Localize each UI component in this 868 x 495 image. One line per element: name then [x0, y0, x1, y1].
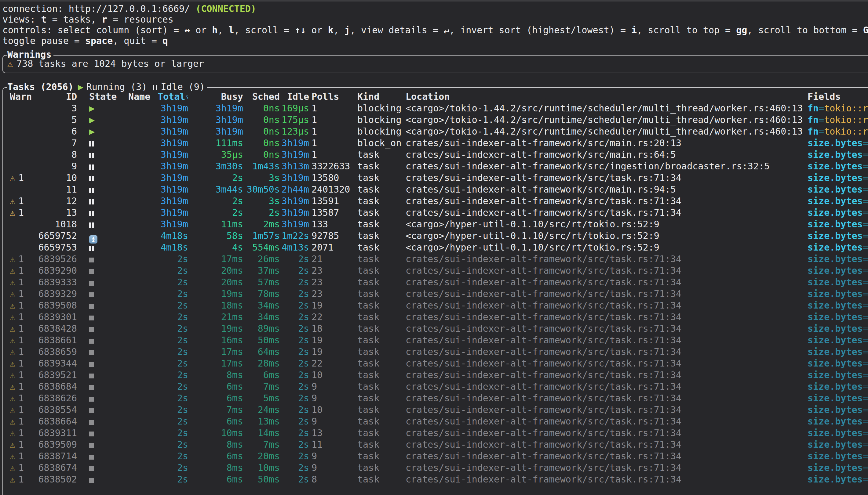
warn-cell: ⚠1	[6, 195, 33, 207]
table-row[interactable]: ⚠168393112s10ms14ms2s13taskcrates/sui-in…	[3, 427, 868, 439]
warn-cell: ⚠1	[6, 323, 33, 335]
idle-duration: 175µs	[280, 114, 309, 126]
polls-count: 3322633	[309, 160, 355, 172]
table-row[interactable]: ⚠168395262s17ms26ms2s21taskcrates/sui-in…	[3, 253, 868, 265]
task-kind: task	[355, 149, 403, 160]
table-body: 3▶3h19m3h19m0ns169µs1blocking<cargo>/tok…	[3, 103, 868, 485]
table-row[interactable]: ⚠168386592s17ms64ms2s19taskcrates/sui-in…	[3, 346, 868, 358]
busy-duration: 11ms	[188, 219, 243, 230]
warning-icon: ⚠	[10, 439, 15, 450]
field-equals: =	[863, 184, 868, 195]
state-completed-icon	[89, 315, 94, 321]
warning-icon: ⚠	[10, 335, 15, 345]
table-row[interactable]: 6659752▲▲4m18s58s1m57s1m22s92785task<car…	[3, 230, 868, 242]
polls-count: 23	[309, 276, 355, 288]
state-idle-icon	[89, 211, 94, 216]
task-state	[82, 335, 121, 346]
total-duration: 3h19m	[154, 160, 188, 172]
table-row[interactable]: ⚠168392902s20ms37ms2s23taskcrates/sui-in…	[3, 265, 868, 276]
table-row[interactable]: 3▶3h19m3h19m0ns169µs1blocking<cargo>/tok…	[3, 103, 868, 114]
total-duration: 2s	[154, 450, 188, 462]
tokio-console-screen: connection: http://127.0.0.1:6669/ (CONN…	[0, 0, 868, 495]
total-duration: 3h19m	[154, 207, 188, 219]
table-row[interactable]: 73h19m111ms0ns3h19m1block_oncrates/sui-i…	[3, 137, 868, 149]
idle-duration: 3h13m	[280, 160, 309, 172]
field-equals: =	[863, 335, 868, 345]
warn-cell: ⚠1	[6, 450, 33, 462]
polls-count: 13587	[309, 207, 355, 219]
warnings-panel: Warnings ⚠738 tasks are 1024 bytes or la…	[2, 55, 868, 73]
table-row[interactable]: ⚠168395082s18ms34ms2s19taskcrates/sui-in…	[3, 300, 868, 311]
warning-icon: ⚠	[10, 358, 15, 369]
task-kind: task	[355, 404, 403, 416]
task-fields: size.bytes=	[804, 346, 868, 358]
column-header-sched[interactable]: Sched	[243, 91, 280, 103]
task-kind: task	[355, 392, 403, 404]
column-header-idle[interactable]: Idle	[280, 91, 309, 103]
table-row[interactable]: ⚠168395092s8ms7ms2s11taskcrates/sui-inde…	[3, 439, 868, 450]
table-row[interactable]: 93h19m3m30s1m43s3h13m3322633taskcrates/s…	[3, 160, 868, 172]
column-header-fields[interactable]: Fields	[804, 91, 868, 103]
column-header-kind[interactable]: Kind	[355, 91, 403, 103]
table-row[interactable]: ⚠168384282s19ms89ms2s18taskcrates/sui-in…	[3, 323, 868, 335]
field-key: size.bytes	[807, 416, 863, 427]
warn-cell: ⚠1	[6, 276, 33, 288]
table-row[interactable]: ⚠168385022s6ms50ms2s8taskcrates/sui-inde…	[3, 474, 868, 485]
table-row[interactable]: ⚠1123h19m2s3s3h19m13591taskcrates/sui-in…	[3, 195, 868, 207]
sched-duration: 13ms	[243, 416, 280, 427]
idle-duration: 2s	[280, 300, 309, 311]
task-kind: task	[355, 184, 403, 195]
table-row[interactable]: ⚠168393332s20ms57ms2s23taskcrates/sui-in…	[3, 276, 868, 288]
task-location: crates/sui-indexer-alt-framework/src/tas…	[403, 369, 804, 381]
polls-count: 9	[309, 462, 355, 474]
table-row[interactable]: 6▶3h19m3h19m0ns123µs1blocking<cargo>/tok…	[3, 126, 868, 137]
table-row[interactable]: ⚠168386742s8ms10ms2s9taskcrates/sui-inde…	[3, 462, 868, 474]
field-equals: =	[863, 231, 868, 241]
task-fields: size.bytes=	[804, 311, 868, 323]
table-row[interactable]: ⚠168395212s8ms6ms2s10taskcrates/sui-inde…	[3, 369, 868, 381]
table-row[interactable]: ⚠168385542s7ms24ms2s10taskcrates/sui-ind…	[3, 404, 868, 416]
task-location: crates/sui-indexer-alt-framework/src/tas…	[403, 335, 804, 346]
state-completed-icon	[89, 374, 94, 378]
task-kind: task	[355, 474, 403, 485]
warnings-title: Warnings	[7, 49, 53, 61]
idle-duration: 4m13s	[280, 242, 309, 253]
warn-cell: ⚠1	[6, 381, 33, 392]
table-row[interactable]: ⚠168393442s17ms28ms2s22taskcrates/sui-in…	[3, 358, 868, 369]
table-row[interactable]: ⚠168386842s6ms7ms2s9taskcrates/sui-index…	[3, 381, 868, 392]
table-row[interactable]: ⚠168387142s6ms20ms2s9taskcrates/sui-inde…	[3, 450, 868, 462]
field-equals: =	[863, 381, 868, 392]
polls-count: 1	[309, 103, 355, 114]
task-fields: fn=tokio::r	[804, 114, 868, 126]
table-row[interactable]: ⚠1103h19m2s3s3h19m13580taskcrates/sui-in…	[3, 172, 868, 184]
task-kind: blocking	[355, 126, 403, 137]
state-completed-icon	[89, 455, 94, 460]
warn-cell: ⚠1	[6, 288, 33, 300]
table-row[interactable]: ⚠168386642s6ms13ms2s9taskcrates/sui-inde…	[3, 416, 868, 427]
total-duration: 3h19m	[154, 184, 188, 195]
task-fields: size.bytes=	[804, 462, 868, 474]
table-row[interactable]: 113h19m3m44s30m50s2h44m2401320taskcrates…	[3, 184, 868, 195]
field-key: fn	[807, 103, 819, 114]
table-row[interactable]: 66597534m18s4s554ms4m13s2071task<cargo>/…	[3, 242, 868, 253]
column-header-polls[interactable]: Polls	[309, 91, 355, 103]
field-equals: =	[863, 393, 868, 404]
table-row[interactable]: 10183h19m11ms2ms3h19m133task<cargo>/hype…	[3, 219, 868, 230]
field-key: size.bytes	[807, 172, 863, 183]
total-duration: 2s	[154, 404, 188, 416]
sched-duration: 89ms	[243, 323, 280, 335]
table-row[interactable]: ⚠168386262s6ms5ms2s9taskcrates/sui-index…	[3, 392, 868, 404]
column-header-location[interactable]: Location	[403, 91, 804, 103]
polls-count: 23	[309, 265, 355, 276]
task-fields: fn=tokio::r	[804, 126, 868, 137]
table-row[interactable]: ⚠168386612s16ms50ms2s19taskcrates/sui-in…	[3, 335, 868, 346]
table-row[interactable]: ⚠1133h19m2s2s3h19m13587taskcrates/sui-in…	[3, 207, 868, 219]
table-row[interactable]: ⚠168393292s19ms78ms2s23taskcrates/sui-in…	[3, 288, 868, 300]
warn-count: 1	[18, 323, 24, 334]
table-row[interactable]: 5▶3h19m3h19m0ns175µs1blocking<cargo>/tok…	[3, 114, 868, 126]
table-row[interactable]: 83h19m35µs0ns3h19m1taskcrates/sui-indexe…	[3, 149, 868, 160]
sched-duration: 64ms	[243, 346, 280, 358]
task-kind: blocking	[355, 114, 403, 126]
task-state	[82, 172, 121, 184]
table-row[interactable]: ⚠168393012s21ms34ms2s22taskcrates/sui-in…	[3, 311, 868, 323]
